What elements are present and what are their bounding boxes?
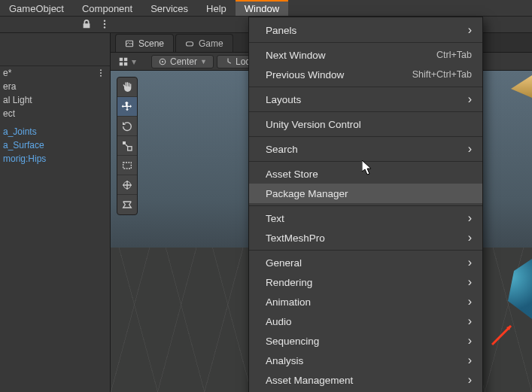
menu-item-label: Sequencing (266, 336, 319, 347)
menu-item-rendering[interactable]: Rendering› (249, 272, 482, 292)
svg-point-4 (100, 72, 102, 74)
menu-separator (249, 161, 482, 162)
svg-rect-14 (123, 141, 126, 144)
move-tool[interactable] (117, 97, 137, 117)
menu-item-analysis[interactable]: Analysis› (249, 351, 482, 370)
hierarchy-item-prefab[interactable]: morig:Hips (0, 152, 110, 166)
menu-item-general[interactable]: General› (249, 253, 482, 272)
svg-point-3 (100, 69, 102, 71)
svg-rect-9 (124, 57, 127, 60)
menu-item-layouts[interactable]: Layouts› (249, 90, 482, 109)
menu-separator (249, 250, 482, 251)
menu-item-panels[interactable]: Panels› (249, 20, 482, 40)
menu-item-label: General (266, 257, 302, 269)
menu-item-sequencing[interactable]: Sequencing› (249, 331, 482, 351)
chevron-right-icon: › (468, 373, 472, 387)
hierarchy-item[interactable]: al Light (0, 93, 110, 107)
menu-item-label: Package Manager (266, 188, 348, 199)
menu-separator (249, 136, 482, 137)
svg-point-5 (100, 75, 102, 77)
rotate-tool[interactable] (117, 117, 137, 136)
menu-item-label: Previous Window (266, 69, 344, 81)
tab-scene[interactable]: Scene (115, 34, 174, 52)
menu-shortcut: Shift+Ctrl+Tab (412, 69, 472, 80)
hierarchy-item[interactable]: ect (0, 107, 110, 120)
svg-point-1 (104, 23, 105, 25)
menu-item-unity-version-control[interactable]: Unity Version Control (249, 114, 482, 134)
menu-item-label: Search (266, 144, 298, 155)
axis-gizmo-arrow (488, 318, 518, 348)
svg-point-2 (104, 26, 105, 28)
chevron-right-icon: › (468, 231, 472, 245)
hand-tool[interactable] (117, 77, 137, 97)
menu-item-package-manager[interactable]: Package Manager (249, 184, 482, 203)
menu-item-label: Panels (266, 25, 296, 36)
hierarchy-item[interactable]: era (0, 80, 110, 93)
menu-component[interactable]: Component (73, 0, 141, 16)
menu-separator (249, 42, 482, 43)
menu-item-label: Audio (266, 316, 292, 327)
menu-item-label: Unity Version Control (266, 119, 361, 130)
menu-item-asset-management[interactable]: Asset Management› (249, 370, 482, 390)
menu-item-next-window[interactable]: Next WindowCtrl+Tab (249, 45, 482, 65)
menu-item-audio[interactable]: Audio› (249, 311, 482, 331)
chevron-right-icon: › (468, 334, 472, 348)
tab-label: Scene (138, 38, 164, 49)
menu-item-previous-window[interactable]: Previous WindowShift+Ctrl+Tab (249, 65, 482, 84)
rect-tool[interactable] (117, 156, 137, 175)
chevron-right-icon: › (468, 315, 472, 328)
svg-rect-16 (123, 163, 132, 169)
menu-item-label: Asset Management (266, 375, 353, 386)
kebab-menu-icon[interactable] (96, 68, 105, 77)
menu-item-label: TextMeshPro (266, 232, 325, 244)
menu-item-asset-store[interactable]: Asset Store (249, 164, 482, 184)
tool-dropdown-icon[interactable] (118, 56, 129, 67)
menu-window[interactable]: Window (236, 0, 288, 16)
menu-item-animation[interactable]: Animation› (249, 292, 482, 311)
menu-item-label: Layouts (266, 94, 301, 105)
chevron-right-icon: › (468, 354, 472, 367)
hierarchy-scene-header[interactable]: e* (0, 66, 110, 80)
menu-separator (249, 205, 482, 206)
menu-item-text[interactable]: Text› (249, 208, 482, 228)
menu-help[interactable]: Help (197, 0, 236, 16)
svg-rect-15 (128, 146, 132, 150)
pivot-label: Center (170, 56, 197, 67)
transform-tool[interactable] (117, 175, 137, 195)
kebab-menu-icon[interactable] (99, 19, 110, 32)
chevron-right-icon: › (468, 275, 472, 289)
scene-icon (125, 39, 134, 48)
menu-item-label: Next Window (266, 50, 326, 61)
scene-name-label: e* (3, 68, 11, 78)
chevron-right-icon: › (468, 142, 472, 156)
chevron-right-icon: › (468, 256, 472, 269)
svg-point-0 (104, 20, 105, 21)
chevron-right-icon: › (468, 23, 472, 37)
hierarchy-item-prefab[interactable]: a_Joints (0, 125, 110, 138)
menu-separator (249, 87, 482, 87)
scale-tool[interactable] (117, 136, 137, 156)
svg-rect-7 (187, 41, 193, 45)
menu-gameobject[interactable]: GameObject (0, 0, 73, 16)
hierarchy-panel: e* era al Light ect a_Joints a_Surface m… (0, 33, 111, 392)
chevron-right-icon: › (468, 93, 472, 106)
chevron-right-icon: › (468, 295, 472, 308)
scene-object (502, 75, 532, 98)
pivot-mode-button[interactable]: Center ▼ (151, 55, 214, 68)
svg-point-13 (162, 60, 163, 62)
tab-game[interactable]: Game (175, 34, 233, 52)
menu-shortcut: Ctrl+Tab (436, 50, 472, 60)
svg-rect-8 (120, 57, 123, 60)
menu-item-label: Rendering (266, 277, 312, 288)
chevron-right-icon: › (468, 211, 472, 225)
scene-tool-column (117, 77, 138, 215)
menu-item-label: Analysis (266, 355, 303, 366)
menu-item-label: Text (266, 213, 284, 224)
menu-item-search[interactable]: Search› (249, 139, 482, 159)
menu-item-textmeshpro[interactable]: TextMeshPro› (249, 228, 482, 248)
hierarchy-item-prefab[interactable]: a_Surface (0, 138, 110, 152)
custom-tool[interactable] (117, 195, 137, 214)
menu-services[interactable]: Services (141, 0, 197, 16)
game-icon (185, 39, 194, 48)
lock-icon[interactable] (81, 19, 92, 32)
